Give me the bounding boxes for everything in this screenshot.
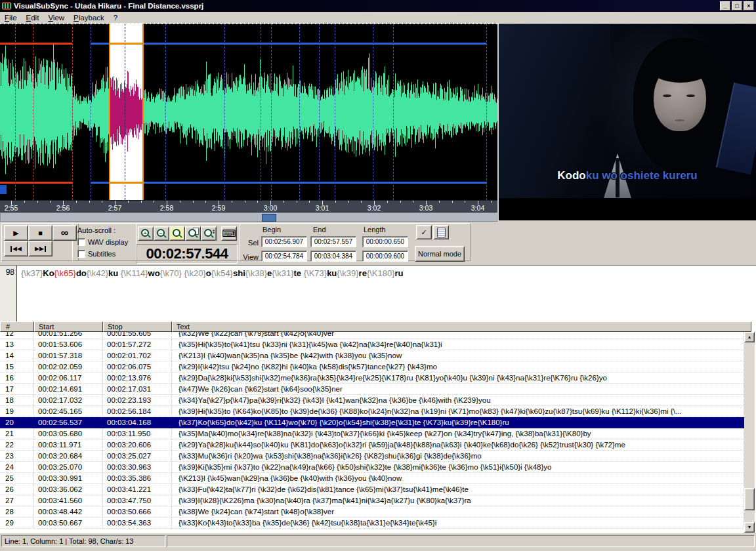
checkbox-box[interactable] (77, 238, 85, 246)
column-header-stop[interactable]: Stop (103, 321, 172, 332)
table-row[interactable]: 2100:03:05.68000:03:11.950{\k35}Ma{\k40}… (0, 428, 744, 439)
karaoke-divider-line[interactable] (224, 24, 225, 200)
focus-dots (0, 24, 497, 24)
zoom-vertical-button[interactable]: ↕ (201, 226, 217, 241)
karaoke-divider-line[interactable] (15, 24, 16, 200)
waveform-scrollbar-thumb[interactable] (262, 214, 276, 222)
karaoke-divider-line[interactable] (393, 24, 394, 200)
minimize-button[interactable]: _ (720, 1, 730, 10)
column-header-num[interactable]: # (0, 321, 34, 332)
loop-button[interactable]: ∞ (52, 225, 77, 241)
table-row[interactable]: 2700:03:41.56000:03:47.750{\k39}I{\k28}{… (0, 495, 744, 506)
cell-start: 00:02:02.059 (34, 361, 103, 373)
ruler-minor-tick (361, 201, 362, 203)
karaoke-divider-line[interactable] (91, 24, 91, 200)
mode-toggle-button[interactable]: Normal mode (415, 246, 465, 262)
sel-end-field[interactable]: 00:02:57.557 (310, 236, 356, 247)
cell-num: 23 (0, 451, 34, 462)
view-end-field[interactable]: 00:03:04.384 (310, 251, 356, 262)
table-row[interactable]: 1300:01:53.60600:01:57.272{\k35}Hi{\k35}… (0, 339, 744, 350)
list-scrollbar[interactable]: ▲ ▼ (744, 332, 755, 533)
karaoke-syllable: te (294, 268, 304, 278)
table-row[interactable]: 2600:03:36.06200:03:41.221{\k33}Fu{\k42}… (0, 484, 744, 495)
ruler-minor-tick (37, 201, 38, 203)
karaoke-divider-line[interactable] (373, 24, 373, 200)
close-button[interactable]: × (744, 1, 754, 10)
menu-edit[interactable]: Edit (22, 13, 44, 22)
zoom-in-button[interactable]: + (138, 226, 154, 241)
karaoke-divider-line[interactable] (271, 24, 272, 200)
table-row[interactable]: 2900:03:50.66700:03:54.363{\k33}Ko{\k43}… (0, 518, 744, 529)
next-subtitle-button[interactable]: ▶▶ (28, 241, 52, 256)
table-row[interactable]: 2000:02:56.53700:03:04.168{\k37}Ko{\k65}… (0, 417, 744, 428)
table-row[interactable]: 1500:02:02.05900:02:06.075{\k29}I{\k42}t… (0, 361, 744, 373)
menu-playback[interactable]: Playback (69, 13, 109, 22)
column-header-start[interactable]: Start (34, 321, 103, 332)
column-header-text[interactable]: Text (172, 321, 751, 332)
checkbox-box[interactable] (77, 250, 85, 258)
cell-start: 00:02:17.032 (34, 395, 103, 406)
cell-stop: 00:03:50.666 (103, 506, 172, 518)
scroll-up-button[interactable]: ▲ (744, 332, 755, 342)
karaoke-divider-line[interactable] (299, 24, 300, 200)
ruler-minor-tick (89, 201, 90, 203)
ruler-minor-tick (465, 201, 465, 203)
stop-button[interactable]: ■ (28, 225, 52, 241)
wav-display-checkbox[interactable]: WAV display (77, 238, 128, 246)
maximize-button[interactable]: □ (732, 1, 742, 10)
table-row[interactable]: 1900:02:45.16500:02:56.184{\k39}Hi{\k35}… (0, 406, 744, 417)
sel-begin-field[interactable]: 00:02:56.907 (261, 236, 307, 247)
cell-num: 24 (0, 462, 34, 473)
zoom-selection-button[interactable] (169, 226, 185, 241)
cell-text: {\k29}Da{\k28}ki{\k53}shi{\k32}me{\k36}r… (172, 373, 744, 384)
shortcuts-button[interactable]: ⌨ (221, 226, 237, 241)
cell-num: 28 (0, 506, 34, 518)
menu-file[interactable]: File (0, 13, 22, 22)
view-begin-field[interactable]: 00:02:54.784 (261, 251, 307, 262)
ruler-label: 3:04 (468, 204, 488, 212)
scroll-down-button[interactable]: ▼ (744, 522, 755, 533)
karaoke-divider-line[interactable] (33, 24, 33, 200)
selection-edge[interactable] (142, 24, 144, 200)
karaoke-divider-line[interactable] (261, 24, 261, 200)
table-row[interactable]: 2400:03:25.07000:03:30.963{\k39}Ki{\k35}… (0, 462, 744, 473)
error-list-button[interactable] (433, 225, 449, 239)
karaoke-divider-line[interactable] (72, 24, 73, 200)
spell-check-button[interactable]: ✓ (416, 225, 432, 239)
zoom-out-button[interactable]: − (154, 226, 169, 241)
karaoke-divider-line[interactable] (486, 24, 487, 200)
selection-edge[interactable] (109, 24, 110, 200)
ruler-label: 3:03 (416, 204, 436, 212)
title-bar[interactable]: VisualSubSync - Utada Hikaru - Final Dis… (0, 0, 756, 12)
subtitle-text-input[interactable]: {\k37}Ko{\k65}do{\k42}ku {\K114}wo{\k70}… (21, 268, 753, 278)
time-ruler[interactable]: 2:552:562:572:582:593:003:013:023:033:04 (0, 200, 497, 213)
window-title: VisualSubSync - Utada Hikaru - Final Dis… (14, 2, 203, 10)
subtitle-unsung-part: ku wo oshiete kureru (586, 169, 698, 182)
menu-help[interactable]: ? (109, 13, 122, 22)
table-row[interactable]: 2200:03:11.97100:03:20.606{\k29}Ya{\k28}… (0, 439, 744, 451)
sel-length-field[interactable]: 00:00:00.650 (362, 236, 408, 247)
cell-start: 00:02:14.691 (34, 384, 103, 395)
ruler-label: 3:00 (261, 204, 280, 212)
table-row[interactable]: 1700:02:14.69100:02:17.031{\k47}We {\k26… (0, 384, 744, 395)
table-row[interactable]: 1400:01:57.31800:02:01.702{\K213}I {\k40… (0, 350, 744, 361)
karaoke-divider-line[interactable] (335, 24, 335, 200)
zoom-all-button[interactable] (185, 226, 201, 241)
table-row[interactable]: 1600:02:06.11700:02:13.976{\k29}Da{\k28}… (0, 373, 744, 384)
previous-subtitle-button[interactable]: ◀◀ (4, 241, 28, 256)
table-row[interactable]: 1800:02:17.03200:02:23.193{\k34}Ya{\k27}… (0, 395, 744, 406)
karaoke-divider-line[interactable] (319, 24, 320, 200)
karaoke-divider-line[interactable] (165, 24, 166, 200)
table-row[interactable]: 2300:03:20.68400:03:25.027{\k33}Mu{\k36}… (0, 451, 744, 462)
table-row[interactable]: 1200:01:51.25600:01:55.605{\k32}We {\k22… (0, 332, 744, 339)
table-row[interactable]: 2500:03:30.99100:03:35.386{\K213}I {\k45… (0, 473, 744, 484)
waveform-canvas[interactable] (0, 24, 497, 200)
view-length-field[interactable]: 00:00:09.600 (362, 251, 408, 262)
table-row[interactable]: 2800:03:48.44200:03:50.666{\k38}We {\k24… (0, 506, 744, 518)
waveform-panel[interactable] (0, 24, 497, 200)
play-button[interactable]: ▶ (4, 225, 28, 241)
menu-view[interactable]: View (43, 13, 69, 22)
waveform-scrollbar[interactable] (0, 213, 497, 222)
scrollbar-thumb[interactable] (744, 488, 755, 510)
subtitles-checkbox[interactable]: Subtitles (77, 250, 116, 258)
